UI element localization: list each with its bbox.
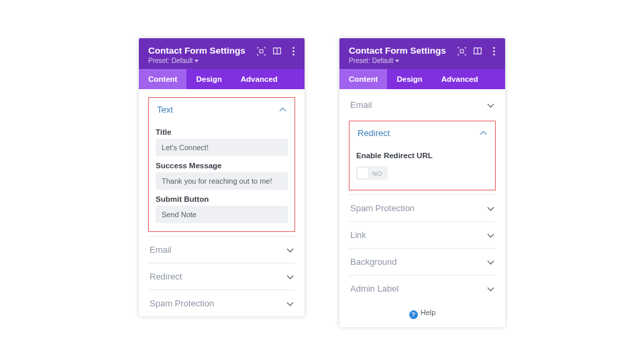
panel-header: Contact Form Settings Preset: Default	[339, 38, 505, 69]
section-email-title: Email	[150, 245, 172, 255]
chevron-down-icon	[488, 259, 494, 265]
section-redirect-head[interactable]: Redirect	[356, 128, 488, 146]
section-spam: Spam Protection	[349, 194, 496, 221]
chevron-down-icon	[287, 247, 294, 253]
field-success-input[interactable]	[156, 172, 288, 190]
more-icon[interactable]	[288, 46, 298, 56]
tab-bar: Content Design Advanced	[339, 69, 505, 89]
tab-advanced[interactable]: Advanced	[432, 69, 488, 89]
section-link: Link	[349, 221, 496, 248]
enable-redirect-toggle[interactable]: NO	[356, 166, 388, 180]
svg-point-5	[292, 54, 294, 56]
preset-value: Default	[172, 57, 193, 64]
svg-point-4	[292, 50, 294, 52]
preset-label: Preset:	[148, 57, 170, 64]
section-background-title: Background	[350, 257, 396, 267]
tab-design[interactable]: Design	[387, 69, 431, 89]
svg-rect-0	[260, 50, 263, 53]
field-success-label: Success Message	[156, 162, 288, 170]
help-link[interactable]: ?Help	[349, 302, 496, 327]
section-admin-head[interactable]: Admin Label	[349, 276, 496, 302]
svg-point-11	[493, 54, 495, 56]
field-submit-input[interactable]	[156, 206, 288, 223]
chevron-down-icon	[287, 274, 294, 280]
section-text-highlight: Text Title Success Message Submit Button	[148, 97, 295, 232]
expand-icon[interactable]	[256, 46, 266, 56]
section-link-title: Link	[350, 230, 366, 240]
chevron-down-icon	[488, 232, 494, 239]
settings-panel-left: Contact Form Settings Preset: Default Co…	[139, 38, 305, 316]
section-text-title: Text	[157, 105, 173, 115]
section-text-head[interactable]: Text	[156, 105, 288, 123]
columns-icon[interactable]	[272, 46, 282, 56]
chevron-up-icon	[280, 107, 286, 113]
more-icon[interactable]	[489, 46, 498, 56]
help-label: Help	[421, 308, 436, 316]
section-admin-label: Admin Label	[349, 275, 496, 302]
section-redirect-title: Redirect	[358, 128, 390, 138]
settings-panel-right: Contact Form Settings Preset: Default Co…	[339, 38, 505, 327]
expand-icon[interactable]	[457, 46, 466, 56]
tab-design[interactable]: Design	[186, 69, 231, 89]
enable-redirect-label: Enable Redirect URL	[356, 152, 488, 160]
help-icon: ?	[409, 310, 418, 319]
section-spam-title: Spam Protection	[350, 203, 415, 213]
preset-dropdown[interactable]: Preset: Default	[148, 57, 295, 64]
section-email: Email	[148, 236, 295, 263]
tab-content[interactable]: Content	[139, 69, 186, 89]
preset-dropdown[interactable]: Preset: Default	[349, 57, 496, 64]
caret-down-icon	[195, 60, 199, 62]
chevron-up-icon	[480, 130, 487, 137]
panel-header: Contact Form Settings Preset: Default	[139, 38, 305, 69]
tab-content[interactable]: Content	[339, 69, 387, 89]
tab-advanced[interactable]: Advanced	[231, 69, 287, 89]
field-submit-label: Submit Button	[156, 195, 288, 203]
chevron-down-icon	[488, 102, 494, 109]
toggle-value: NO	[370, 170, 388, 177]
panel-body: Email Redirect Enable Redirect URL NO Sp…	[339, 89, 505, 327]
preset-label: Preset:	[349, 57, 370, 64]
section-email-title: Email	[350, 100, 372, 110]
section-admin-title: Admin Label	[350, 284, 398, 294]
section-spam-head[interactable]: Spam Protection	[148, 290, 295, 316]
field-title-input[interactable]	[156, 139, 288, 156]
chevron-down-icon	[488, 205, 494, 212]
field-title-label: Title	[156, 128, 288, 136]
section-email-head[interactable]: Email	[148, 237, 295, 263]
preset-value: Default	[372, 57, 394, 64]
svg-point-9	[493, 47, 495, 49]
svg-point-10	[493, 50, 495, 52]
caret-down-icon	[395, 60, 399, 62]
section-redirect-highlight: Redirect Enable Redirect URL NO	[349, 121, 496, 190]
section-email: Email	[349, 92, 496, 118]
section-redirect-head[interactable]: Redirect	[148, 263, 295, 290]
section-redirect-title: Redirect	[150, 272, 182, 282]
svg-rect-6	[460, 50, 464, 53]
section-redirect: Redirect	[148, 263, 295, 290]
columns-icon[interactable]	[473, 46, 482, 56]
toggle-knob	[357, 167, 369, 179]
section-spam-head[interactable]: Spam Protection	[349, 195, 496, 221]
chevron-down-icon	[287, 300, 294, 307]
svg-point-3	[292, 47, 294, 49]
section-spam-title: Spam Protection	[150, 298, 214, 308]
section-spam: Spam Protection	[148, 290, 295, 316]
header-icons	[457, 46, 498, 56]
panel-body: Text Title Success Message Submit Button…	[139, 89, 305, 316]
chevron-down-icon	[488, 286, 494, 292]
tab-bar: Content Design Advanced	[139, 69, 305, 89]
section-link-head[interactable]: Link	[349, 222, 496, 248]
section-background-head[interactable]: Background	[349, 249, 496, 275]
header-icons	[256, 46, 298, 56]
section-background: Background	[349, 248, 496, 275]
section-email-head[interactable]: Email	[349, 92, 496, 118]
